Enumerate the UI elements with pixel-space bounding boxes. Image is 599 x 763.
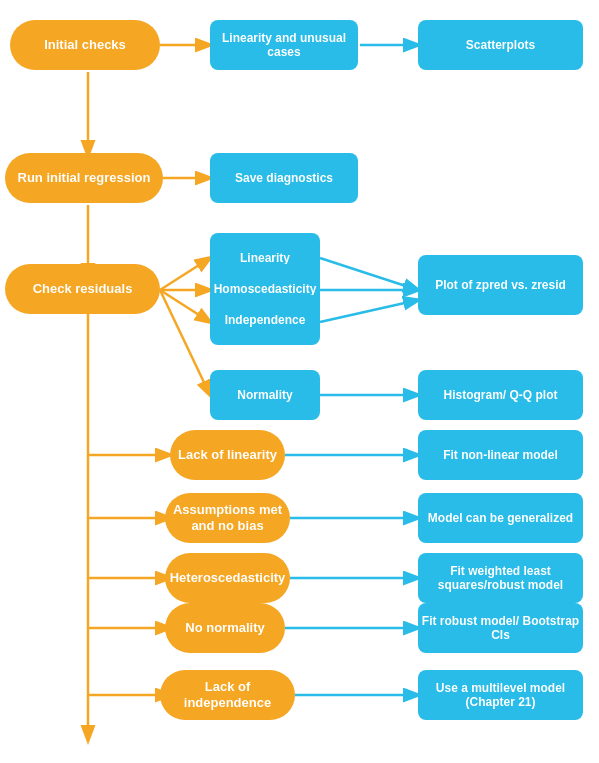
no-normality-node: No normality (165, 603, 285, 653)
lack-linearity-node: Lack of linearity (170, 430, 285, 480)
check-residuals-node: Check residuals (5, 264, 160, 314)
plot-zpred-node: Plot of zpred vs. zresid (418, 255, 583, 315)
run-regression-node: Run initial regression (5, 153, 163, 203)
histogram-qq-node: Histogram/ Q-Q plot (418, 370, 583, 420)
normality-node: Normality (210, 370, 320, 420)
svg-line-5 (160, 258, 210, 290)
multilevel-node: Use a multilevel model (Chapter 21) (418, 670, 583, 720)
fit-nonlinear-node: Fit non-linear model (418, 430, 583, 480)
model-generalized-node: Model can be generalized (418, 493, 583, 543)
svg-line-9 (320, 258, 418, 290)
save-diagnostics-node: Save diagnostics (210, 153, 358, 203)
scatterplots-node: Scatterplots (418, 20, 583, 70)
svg-line-8 (160, 290, 210, 395)
assumptions-met-node: Assumptions met and no bias (165, 493, 290, 543)
lack-independence-node: Lack of independence (160, 670, 295, 720)
linearity-unusual-node: Linearity and unusual cases (210, 20, 358, 70)
independence-node: Independence (210, 295, 320, 345)
svg-line-7 (160, 290, 210, 322)
fit-robust-node: Fit robust model/ Bootstrap CIs (418, 603, 583, 653)
initial-checks-node: Initial checks (10, 20, 160, 70)
fit-weighted-node: Fit weighted least squares/robust model (418, 553, 583, 603)
heteroscedasticity-node: Heteroscedasticity (165, 553, 290, 603)
svg-line-11 (320, 300, 418, 322)
